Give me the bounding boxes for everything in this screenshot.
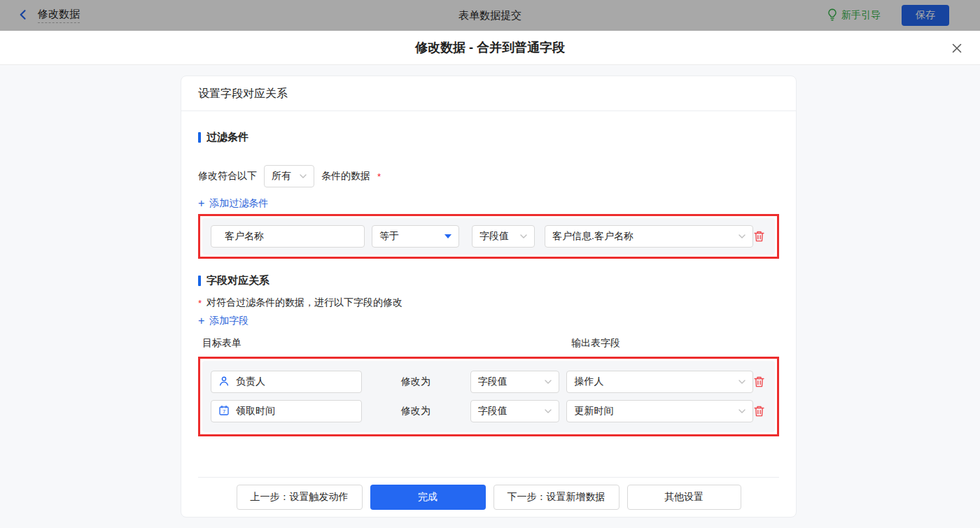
filter-scope-value: 所有	[272, 170, 291, 183]
delete-trash-icon[interactable]	[753, 376, 765, 388]
modal-header: 修改数据 - 合并到普通字段	[0, 31, 980, 65]
delete-trash-icon[interactable]	[753, 405, 765, 418]
mapping-section-heading: 字段对应关系	[198, 274, 779, 287]
caret-down-icon	[444, 234, 451, 238]
lightbulb-icon	[827, 8, 837, 23]
filter-field-input[interactable]: 客户名称	[211, 225, 365, 248]
beginner-guide-link[interactable]: 新手引导	[827, 8, 881, 23]
person-icon	[218, 376, 230, 389]
field-mapping-card: 设置字段对应关系 过滤条件 修改符合以下 所有 条件的数据 *	[181, 76, 797, 518]
modal-title: 修改数据 - 合并到普通字段	[415, 39, 565, 56]
value-type-value: 字段值	[478, 405, 507, 418]
required-asterisk: *	[377, 171, 381, 182]
top-bar: 修改数据 表单数据提交 新手引导 保存	[0, 0, 980, 31]
output-field-select[interactable]: 操作人	[566, 371, 753, 393]
chevron-down-icon	[738, 409, 746, 413]
chevron-down-icon	[738, 380, 746, 384]
mapping-description-line: * 对符合过滤条件的数据，进行以下字段的修改	[198, 297, 779, 309]
filter-scope-prefix: 修改符合以下	[198, 170, 257, 183]
value-type-select[interactable]: 字段值	[470, 371, 560, 393]
operator-select[interactable]: 等于	[372, 225, 459, 248]
add-field-label: 添加字段	[209, 315, 248, 327]
chevron-down-icon	[738, 234, 746, 238]
modify-to-label: 修改为	[401, 376, 431, 388]
plus-icon	[198, 198, 204, 209]
section-bar	[198, 132, 201, 143]
target-field-value: 负责人	[236, 376, 265, 388]
section-bar	[198, 276, 201, 286]
chevron-down-icon	[520, 234, 527, 238]
annotation-box-mapping-rows: 负责人 修改为 字段值 操作人	[198, 357, 779, 436]
mapping-description: 对符合过滤条件的数据，进行以下字段的修改	[206, 297, 402, 309]
plus-icon	[198, 315, 204, 327]
save-button[interactable]: 保存	[902, 5, 949, 26]
card-title: 设置字段对应关系	[181, 76, 796, 111]
compare-value: 客户信息.客户名称	[552, 230, 634, 243]
chevron-down-icon	[545, 380, 552, 384]
close-icon[interactable]	[949, 41, 965, 56]
output-field-select[interactable]: 更新时间	[566, 400, 753, 422]
output-field-value: 操作人	[574, 376, 603, 388]
add-filter-condition-label: 添加过滤条件	[209, 197, 268, 210]
prev-step-button[interactable]: 上一步：设置触发动作	[237, 485, 363, 510]
value-type-select[interactable]: 字段值	[470, 400, 560, 422]
annotation-box-filter-row: 客户名称 等于 字段值 客户信息.客	[198, 214, 779, 259]
value-type-value: 字段值	[479, 230, 509, 243]
modal-body: 设置字段对应关系 过滤条件 修改符合以下 所有 条件的数据 *	[0, 66, 980, 528]
add-filter-condition-link[interactable]: 添加过滤条件	[198, 197, 268, 210]
calendar-icon: 7	[218, 405, 230, 418]
filter-scope-line: 修改符合以下 所有 条件的数据 *	[198, 165, 779, 187]
mapping-row: 7 领取时间 修改为 字段值 更新时间	[211, 400, 766, 422]
filter-condition-row: 客户名称 等于 字段值 客户信息.客	[211, 225, 766, 248]
target-field-input[interactable]: 负责人	[211, 371, 362, 393]
output-field-column-header: 输出表字段	[571, 337, 620, 350]
chevron-down-icon	[545, 409, 552, 413]
filter-scope-select[interactable]: 所有	[264, 165, 314, 187]
target-field-value: 领取时间	[236, 405, 275, 418]
svg-text:7: 7	[223, 408, 225, 415]
add-field-link[interactable]: 添加字段	[198, 315, 248, 327]
mapping-heading-label: 字段对应关系	[206, 274, 270, 287]
done-button[interactable]: 完成	[370, 485, 486, 510]
beginner-guide-label: 新手引导	[841, 9, 881, 22]
card-footer: 上一步：设置触发动作 完成 下一步：设置新增数据 其他设置	[198, 477, 779, 517]
next-step-button[interactable]: 下一步：设置新增数据	[493, 485, 620, 510]
filter-scope-suffix: 条件的数据	[321, 170, 370, 183]
output-field-value: 更新时间	[574, 405, 613, 418]
compare-value-select[interactable]: 客户信息.客户名称	[545, 225, 753, 248]
target-field-input[interactable]: 7 领取时间	[211, 400, 362, 422]
mapping-row: 负责人 修改为 字段值 操作人	[211, 371, 766, 393]
chevron-down-icon	[300, 174, 307, 178]
filter-heading-label: 过滤条件	[206, 131, 248, 144]
value-type-value: 字段值	[478, 376, 507, 388]
operator-value: 等于	[379, 230, 399, 243]
required-asterisk: *	[198, 298, 202, 308]
mapping-column-headers: 目标表单 输出表字段	[198, 337, 779, 351]
value-type-select[interactable]: 字段值	[472, 225, 535, 248]
modify-to-label: 修改为	[401, 405, 431, 418]
target-form-column-header: 目标表单	[202, 337, 241, 350]
delete-trash-icon[interactable]	[753, 230, 765, 243]
filter-field-value: 客户名称	[225, 230, 264, 243]
filter-section-heading: 过滤条件	[198, 131, 779, 144]
other-settings-button[interactable]: 其他设置	[627, 485, 741, 510]
